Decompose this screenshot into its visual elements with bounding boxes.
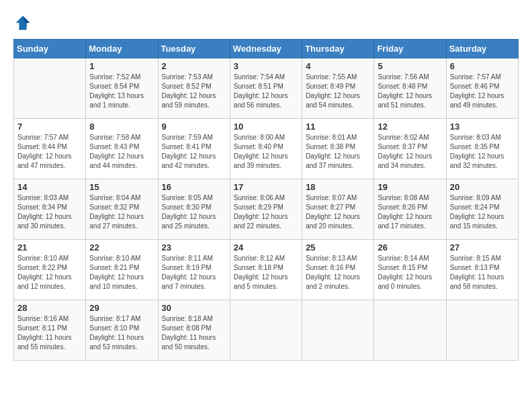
header-cell-monday: Monday: [86, 40, 158, 58]
day-number: 2: [162, 61, 226, 71]
day-info: Sunrise: 8:03 AM Sunset: 8:35 PM Dayligh…: [450, 133, 515, 171]
day-info: Sunrise: 8:15 AM Sunset: 8:13 PM Dayligh…: [450, 254, 515, 291]
calendar-cell: 19Sunrise: 8:08 AM Sunset: 8:26 PM Dayli…: [374, 179, 446, 240]
header-cell-sunday: Sunday: [14, 40, 86, 58]
calendar-week-row: 7Sunrise: 7:57 AM Sunset: 8:44 PM Daylig…: [14, 119, 519, 179]
day-info: Sunrise: 8:13 AM Sunset: 8:16 PM Dayligh…: [306, 254, 370, 291]
calendar-cell: 5Sunrise: 7:56 AM Sunset: 8:48 PM Daylig…: [374, 58, 446, 119]
day-number: 3: [234, 61, 298, 71]
calendar-cell: 25Sunrise: 8:13 AM Sunset: 8:16 PM Dayli…: [302, 240, 374, 300]
day-info: Sunrise: 8:11 AM Sunset: 8:19 PM Dayligh…: [162, 254, 226, 291]
day-info: Sunrise: 7:53 AM Sunset: 8:52 PM Dayligh…: [162, 73, 226, 110]
calendar-cell: [374, 300, 446, 361]
calendar-cell: 15Sunrise: 8:04 AM Sunset: 8:32 PM Dayli…: [86, 179, 158, 240]
day-number: 21: [17, 242, 82, 253]
day-number: 24: [234, 242, 298, 253]
calendar-cell: [446, 300, 518, 361]
day-number: 22: [89, 242, 154, 253]
day-number: 27: [450, 242, 515, 253]
calendar-cell: 20Sunrise: 8:09 AM Sunset: 8:24 PM Dayli…: [446, 179, 518, 240]
day-info: Sunrise: 8:05 AM Sunset: 8:30 PM Dayligh…: [162, 193, 226, 231]
header-cell-thursday: Thursday: [302, 40, 374, 58]
calendar-cell: 3Sunrise: 7:54 AM Sunset: 8:51 PM Daylig…: [230, 58, 302, 119]
day-info: Sunrise: 7:59 AM Sunset: 8:41 PM Dayligh…: [162, 133, 226, 171]
calendar-cell: 2Sunrise: 7:53 AM Sunset: 8:52 PM Daylig…: [158, 58, 230, 119]
calendar-cell: 12Sunrise: 8:02 AM Sunset: 8:37 PM Dayli…: [374, 119, 446, 179]
day-number: 20: [450, 182, 515, 192]
day-info: Sunrise: 7:54 AM Sunset: 8:51 PM Dayligh…: [234, 73, 298, 110]
logo-icon: [13, 13, 32, 32]
calendar-cell: 27Sunrise: 8:15 AM Sunset: 8:13 PM Dayli…: [446, 240, 518, 300]
day-info: Sunrise: 8:09 AM Sunset: 8:24 PM Dayligh…: [450, 193, 515, 231]
day-info: Sunrise: 8:10 AM Sunset: 8:22 PM Dayligh…: [17, 254, 82, 291]
calendar-week-row: 28Sunrise: 8:16 AM Sunset: 8:11 PM Dayli…: [14, 300, 519, 361]
calendar-cell: 1Sunrise: 7:52 AM Sunset: 8:54 PM Daylig…: [86, 58, 158, 119]
day-info: Sunrise: 7:56 AM Sunset: 8:48 PM Dayligh…: [378, 73, 442, 110]
day-number: 30: [162, 303, 226, 313]
day-number: 9: [162, 122, 226, 132]
day-info: Sunrise: 7:55 AM Sunset: 8:49 PM Dayligh…: [306, 73, 370, 110]
calendar-cell: 22Sunrise: 8:10 AM Sunset: 8:21 PM Dayli…: [86, 240, 158, 300]
calendar-table: SundayMondayTuesdayWednesdayThursdayFrid…: [13, 39, 519, 361]
calendar-cell: 8Sunrise: 7:58 AM Sunset: 8:43 PM Daylig…: [86, 119, 158, 179]
day-info: Sunrise: 8:01 AM Sunset: 8:38 PM Dayligh…: [306, 133, 370, 171]
day-info: Sunrise: 8:03 AM Sunset: 8:34 PM Dayligh…: [17, 193, 82, 231]
calendar-cell: 29Sunrise: 8:17 AM Sunset: 8:10 PM Dayli…: [86, 300, 158, 361]
calendar-cell: 30Sunrise: 8:18 AM Sunset: 8:08 PM Dayli…: [158, 300, 230, 361]
calendar-week-row: 14Sunrise: 8:03 AM Sunset: 8:34 PM Dayli…: [14, 179, 519, 240]
day-info: Sunrise: 8:16 AM Sunset: 8:11 PM Dayligh…: [17, 314, 82, 352]
calendar-cell: 10Sunrise: 8:00 AM Sunset: 8:40 PM Dayli…: [230, 119, 302, 179]
day-info: Sunrise: 7:57 AM Sunset: 8:44 PM Dayligh…: [17, 133, 82, 171]
day-info: Sunrise: 8:07 AM Sunset: 8:27 PM Dayligh…: [306, 193, 370, 231]
day-number: 10: [234, 122, 298, 132]
day-number: 28: [17, 303, 82, 313]
day-info: Sunrise: 8:00 AM Sunset: 8:40 PM Dayligh…: [234, 133, 298, 171]
calendar-cell: 14Sunrise: 8:03 AM Sunset: 8:34 PM Dayli…: [14, 179, 86, 240]
day-number: 23: [162, 242, 226, 253]
day-info: Sunrise: 7:57 AM Sunset: 8:46 PM Dayligh…: [450, 73, 515, 110]
calendar-cell: 17Sunrise: 8:06 AM Sunset: 8:29 PM Dayli…: [230, 179, 302, 240]
day-info: Sunrise: 8:14 AM Sunset: 8:15 PM Dayligh…: [378, 254, 442, 291]
logo: [13, 13, 35, 32]
day-number: 18: [306, 182, 370, 192]
day-info: Sunrise: 8:06 AM Sunset: 8:29 PM Dayligh…: [234, 193, 298, 231]
calendar-cell: 7Sunrise: 7:57 AM Sunset: 8:44 PM Daylig…: [14, 119, 86, 179]
day-number: 26: [378, 242, 442, 253]
page-header: [13, 13, 519, 32]
header-cell-friday: Friday: [374, 40, 446, 58]
day-info: Sunrise: 7:58 AM Sunset: 8:43 PM Dayligh…: [89, 133, 154, 171]
calendar-cell: 16Sunrise: 8:05 AM Sunset: 8:30 PM Dayli…: [158, 179, 230, 240]
day-number: 4: [306, 61, 370, 71]
calendar-cell: 26Sunrise: 8:14 AM Sunset: 8:15 PM Dayli…: [374, 240, 446, 300]
header-cell-wednesday: Wednesday: [230, 40, 302, 58]
day-info: Sunrise: 8:08 AM Sunset: 8:26 PM Dayligh…: [378, 193, 442, 231]
day-number: 17: [234, 182, 298, 192]
day-number: 19: [378, 182, 442, 192]
calendar-cell: [14, 58, 86, 119]
calendar-header-row: SundayMondayTuesdayWednesdayThursdayFrid…: [14, 40, 519, 58]
calendar-week-row: 1Sunrise: 7:52 AM Sunset: 8:54 PM Daylig…: [14, 58, 519, 119]
calendar-cell: 21Sunrise: 8:10 AM Sunset: 8:22 PM Dayli…: [14, 240, 86, 300]
day-number: 12: [378, 122, 442, 132]
day-number: 25: [306, 242, 370, 253]
calendar-cell: 24Sunrise: 8:12 AM Sunset: 8:18 PM Dayli…: [230, 240, 302, 300]
calendar-cell: 23Sunrise: 8:11 AM Sunset: 8:19 PM Dayli…: [158, 240, 230, 300]
calendar-cell: 9Sunrise: 7:59 AM Sunset: 8:41 PM Daylig…: [158, 119, 230, 179]
calendar-cell: 13Sunrise: 8:03 AM Sunset: 8:35 PM Dayli…: [446, 119, 518, 179]
day-info: Sunrise: 8:18 AM Sunset: 8:08 PM Dayligh…: [162, 314, 226, 352]
day-info: Sunrise: 8:04 AM Sunset: 8:32 PM Dayligh…: [89, 193, 154, 231]
calendar-cell: 28Sunrise: 8:16 AM Sunset: 8:11 PM Dayli…: [14, 300, 86, 361]
header-cell-saturday: Saturday: [446, 40, 518, 58]
day-number: 11: [306, 122, 370, 132]
day-info: Sunrise: 8:17 AM Sunset: 8:10 PM Dayligh…: [89, 314, 154, 352]
day-number: 7: [17, 122, 82, 132]
day-number: 1: [89, 61, 154, 71]
day-number: 15: [89, 182, 154, 192]
day-info: Sunrise: 7:52 AM Sunset: 8:54 PM Dayligh…: [89, 73, 154, 110]
calendar-cell: 6Sunrise: 7:57 AM Sunset: 8:46 PM Daylig…: [446, 58, 518, 119]
day-info: Sunrise: 8:02 AM Sunset: 8:37 PM Dayligh…: [378, 133, 442, 171]
calendar-cell: 4Sunrise: 7:55 AM Sunset: 8:49 PM Daylig…: [302, 58, 374, 119]
day-number: 14: [17, 182, 82, 192]
calendar-week-row: 21Sunrise: 8:10 AM Sunset: 8:22 PM Dayli…: [14, 240, 519, 300]
calendar-cell: [302, 300, 374, 361]
